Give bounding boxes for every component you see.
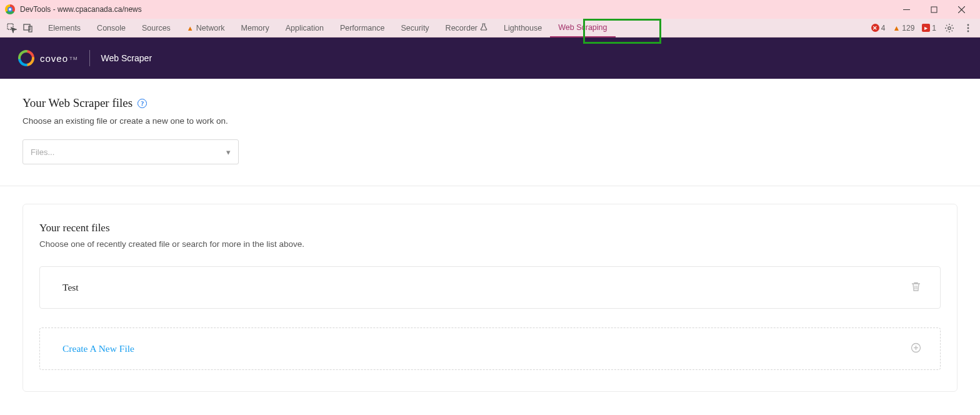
svg-point-10 [968, 30, 969, 32]
issue-icon: ▸ [922, 24, 930, 32]
chrome-icon [5, 4, 15, 14]
main-content: Your Web Scraper files ? Choose an exist… [0, 79, 980, 409]
coveo-logo-icon [18, 49, 35, 67]
help-icon[interactable]: ? [138, 99, 147, 108]
window-title: DevTools - www.cpacanada.ca/news [20, 5, 142, 14]
svg-point-7 [948, 26, 951, 29]
tab-performance[interactable]: Performance [332, 19, 393, 38]
warnings-count: 129 [902, 24, 914, 32]
tab-elements[interactable]: Elements [40, 19, 89, 38]
page-title: Your Web Scraper files ? [22, 96, 958, 110]
create-new-file-label: Create A New File [62, 343, 134, 354]
dropdown-placeholder: Files... [31, 148, 54, 157]
chevron-down-icon: ▾ [226, 148, 231, 157]
tab-lighthouse[interactable]: Lighthouse [496, 19, 550, 38]
app-header: coveoTM Web Scraper [0, 38, 980, 79]
issues-badge[interactable]: ▸ 1 [919, 24, 939, 32]
tab-memory[interactable]: Memory [233, 19, 278, 38]
tab-recorder[interactable]: Recorder [438, 19, 496, 38]
devtools-toolbar: Elements Console Sources ▲Network Memory… [0, 19, 980, 38]
tab-console[interactable]: Console [89, 19, 134, 38]
tab-security[interactable]: Security [392, 19, 437, 38]
header-divider [89, 50, 90, 66]
recent-files-title: Your recent files [39, 222, 941, 234]
coveo-logo-text: coveoTM [40, 53, 78, 64]
flask-icon [480, 23, 488, 32]
window-close-button[interactable] [948, 0, 975, 19]
warning-icon: ▲ [187, 24, 194, 32]
coveo-logo: coveoTM [18, 49, 78, 67]
warnings-badge[interactable]: ▲ 129 [890, 24, 917, 32]
errors-badge[interactable]: ✕ 4 [869, 24, 888, 32]
files-dropdown[interactable]: Files... ▾ [22, 139, 239, 164]
settings-button[interactable] [941, 20, 958, 36]
recent-files-subtitle: Choose one of recently created file or s… [39, 239, 941, 249]
page-subtitle: Choose an existing file or create a new … [22, 116, 958, 126]
page-title-text: Your Web Scraper files [22, 96, 132, 110]
inspect-element-icon[interactable] [4, 20, 20, 36]
tab-sources[interactable]: Sources [134, 19, 179, 38]
file-row[interactable]: Test [39, 266, 941, 309]
device-toolbar-icon[interactable] [20, 20, 36, 36]
svg-point-8 [968, 24, 969, 26]
section-divider [0, 186, 980, 186]
recent-files-card: Your recent files Choose one of recently… [22, 204, 958, 392]
delete-file-button[interactable] [911, 281, 921, 294]
errors-count: 4 [881, 24, 886, 32]
tab-application[interactable]: Application [278, 19, 332, 38]
plus-circle-icon [911, 342, 921, 355]
create-new-file-row[interactable]: Create A New File [39, 328, 941, 370]
window-maximize-button[interactable] [920, 0, 948, 19]
svg-rect-1 [931, 7, 937, 12]
issues-count: 1 [932, 24, 936, 32]
devtools-tabs: Elements Console Sources ▲Network Memory… [40, 19, 616, 38]
app-title: Web Scraper [101, 53, 152, 63]
error-icon: ✕ [871, 24, 879, 32]
tab-web-scraping[interactable]: Web Scraping [550, 19, 615, 38]
warning-icon: ▲ [892, 24, 900, 32]
svg-point-9 [968, 27, 969, 29]
window-minimize-button[interactable] [892, 0, 920, 19]
tab-network[interactable]: ▲Network [179, 19, 233, 38]
more-menu-button[interactable] [960, 20, 976, 36]
file-name: Test [62, 282, 79, 293]
window-titlebar: DevTools - www.cpacanada.ca/news [0, 0, 980, 19]
